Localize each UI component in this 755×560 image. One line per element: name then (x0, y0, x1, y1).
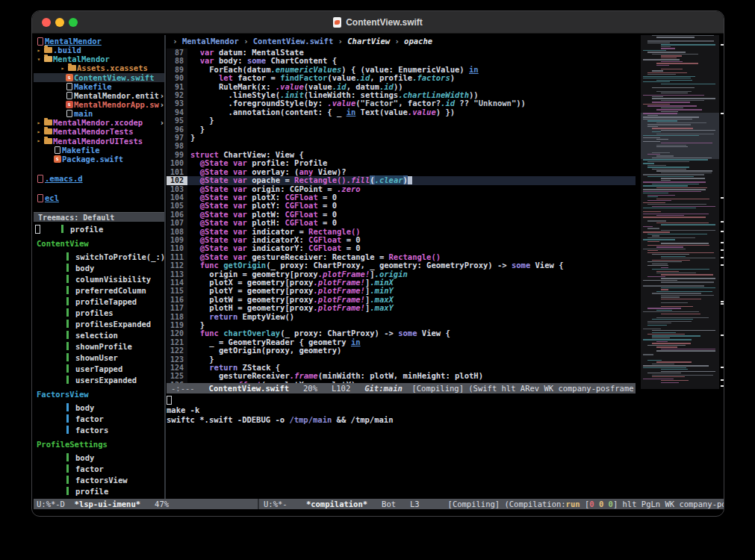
code-line-96[interactable]: 96 } (167, 125, 636, 134)
imenu-item-factorsview[interactable]: factorsView (34, 474, 164, 485)
code-token: = 0 (341, 243, 360, 252)
minimap-line (661, 178, 705, 178)
minimap-line (643, 185, 688, 186)
chevron-down-icon[interactable]: ▾ (34, 56, 43, 63)
imenu-item-factor[interactable]: factor (34, 413, 164, 424)
imenu-item-label: body (75, 403, 94, 412)
minimap-line (643, 280, 677, 281)
text-segment: Bot L3 [Compiling] (Compilation: (367, 500, 566, 508)
imenu-item-body[interactable]: body (34, 262, 164, 273)
imenu-item-shownprofile[interactable]: shownProfile (34, 340, 164, 352)
tree-item--build[interactable]: ▸.build (34, 46, 164, 55)
imenu-header-contentview[interactable]: ContentView (34, 237, 164, 249)
minimap-line (656, 122, 706, 123)
tree-item-label: Assets.xcassets (77, 63, 148, 72)
imenu-item-usertapped[interactable]: userTapped (34, 363, 164, 374)
minimap-line (652, 54, 698, 55)
imenu-item-body[interactable]: body (34, 452, 164, 463)
code-editor[interactable]: 87 var datum: MentalState88 var body: so… (167, 49, 636, 383)
code-line-94[interactable]: 94 .annotation(content: { _ in Text(valu… (167, 108, 636, 116)
imenu-item-label: profile (75, 487, 108, 496)
chevron-right-icon[interactable]: ▸ (34, 119, 43, 126)
code-line-95[interactable]: 95 } (167, 116, 636, 125)
file-icon (64, 110, 74, 117)
code-token: (minWidth: plotW, minHeight: plotH) (318, 371, 483, 380)
chevron-right-icon[interactable]: ▸ (58, 65, 67, 72)
chevron-right-icon[interactable]: ▸ (34, 128, 43, 135)
minimap-line (661, 172, 712, 173)
minimap-line (652, 169, 686, 169)
breadcrumb-item[interactable]: ChartView (347, 37, 390, 46)
tree-item-ecl[interactable]: ecl (34, 193, 164, 202)
imenu-item-label: columnVisibility (75, 275, 151, 284)
folder-open-icon (43, 56, 53, 62)
code-token: @State (200, 218, 229, 227)
tree-item-mentalmendorapp-sw[interactable]: sMentalMendorApp.sw› (34, 100, 164, 109)
tree-item-mentalmendoruitests[interactable]: ▸MentalMendorUITests (34, 137, 164, 146)
hollow-cursor (167, 396, 172, 405)
minimap-line (647, 167, 689, 167)
imenu-item-usersexpanded[interactable]: usersExpanded (34, 374, 164, 385)
minimap[interactable] (641, 35, 719, 389)
tree-item-makefile[interactable]: Makefile (34, 82, 164, 91)
tree-item-mentalmendor-xcodep[interactable]: ▸MentalMendor.xcodep› (34, 118, 164, 127)
code-token: some (398, 329, 417, 337)
imenu-kind-bar (66, 275, 69, 283)
code-text: getOrigin(proxy, geometry) (187, 346, 636, 355)
imenu-item-body[interactable]: body (34, 402, 164, 413)
truncation-indicator: › (160, 91, 164, 100)
window-title: ContentView.swift (346, 17, 423, 28)
code-line-118[interactable]: 118 return EmptyView() (167, 313, 636, 321)
breadcrumb-item[interactable]: ContentView.swift (253, 37, 333, 46)
minimap-code-texture (641, 35, 719, 384)
imenu-item-factors[interactable]: factors (34, 424, 164, 435)
imenu-item-profile[interactable]: profile (34, 485, 164, 497)
line-number: 89 (167, 66, 187, 74)
minimap-line (647, 241, 659, 242)
imenu-header-factorsview[interactable]: FactorsView (34, 388, 164, 399)
imenu-item-preferredcolumn[interactable]: preferredColumn (34, 284, 164, 296)
tree-item-mentalmendor[interactable]: MentalMendor (34, 37, 164, 46)
code-token: "Unknown" (473, 99, 516, 108)
imenu-item-profilesexpanded[interactable]: profilesExpanded (34, 318, 164, 329)
tree-item-mentalmendortests[interactable]: ▸MentalMendorTests (34, 127, 164, 136)
tree-item--emacs-d[interactable]: .emacs.d (34, 174, 164, 183)
tree-item-mentalmendor-entit[interactable]: MentalMendor.entit› (34, 91, 164, 100)
line-number: 92 (167, 91, 187, 99)
line-number: 87 (167, 49, 187, 57)
tree-item-assets-xcassets[interactable]: ▸Assets.xcassets (34, 63, 164, 72)
imenu-item-factor[interactable]: factor (34, 463, 164, 474)
imenu-header-profilesettings[interactable]: ProfileSettings (34, 438, 164, 449)
tree-item-contentview-swift[interactable]: sContentView.swift (34, 73, 164, 82)
minimap-line (656, 109, 702, 110)
minimap-line (661, 180, 671, 181)
sidebar-divider[interactable] (164, 35, 166, 499)
tree-item-makefile[interactable]: Makefile (34, 146, 164, 155)
breadcrumb-item[interactable]: MentalMendor (182, 37, 239, 46)
code-token (190, 49, 200, 57)
imenu-item-columnvisibility[interactable]: columnVisibility (34, 273, 164, 284)
compilation-buffer[interactable]: make -kswiftc *.swift -DDEBUG -o /tmp/ma… (167, 395, 636, 499)
tree-item-mentalmendor[interactable]: ▾MentalMendor (34, 55, 164, 63)
tree-item-main[interactable]: main (34, 109, 164, 118)
breadcrumb-item[interactable]: opache (404, 37, 432, 46)
imenu-item-profiles[interactable]: profiles (34, 307, 164, 318)
chevron-right-icon[interactable]: ▸ (34, 47, 43, 54)
imenu-item-profiletapped[interactable]: profileTapped (34, 296, 164, 307)
scrollbar-strip[interactable] (720, 35, 724, 499)
chevron-right-icon[interactable]: ▸ (34, 137, 43, 144)
imenu-item-shownuser[interactable]: shownUser (34, 352, 164, 363)
file-link[interactable]: /tmp/main (289, 415, 332, 424)
imenu-item-switchtoprofile-[interactable]: switchToProfile(_:) (34, 251, 164, 262)
code-line-122[interactable]: 122 getOrigin(proxy, geometry) (167, 346, 636, 355)
tree-item-package-swift[interactable]: sPackage.swift (34, 155, 164, 164)
imenu-item-selection[interactable]: selection (34, 329, 164, 340)
code-line-97[interactable]: 97} (167, 134, 636, 142)
line-number: 94 (167, 108, 187, 116)
imenu-item-profile[interactable]: profile (34, 223, 164, 234)
minimap-line (643, 191, 701, 192)
imenu-kind-bar (66, 476, 69, 484)
line-number: 122 (167, 346, 187, 355)
minimap-line (652, 337, 670, 338)
code-token: indicatorX: (247, 235, 308, 244)
